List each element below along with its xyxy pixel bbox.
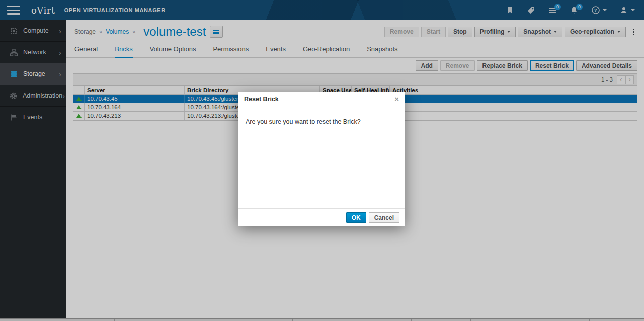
confirmation-message: Are you sure you want to reset the Brick… — [246, 118, 361, 125]
dialog-body: Are you sure you want to reset the Brick… — [238, 106, 405, 208]
close-icon[interactable]: × — [394, 95, 399, 103]
dialog-title: Reset Brick — [244, 96, 279, 103]
dialog-footer: OK Cancel — [238, 208, 405, 226]
cancel-button[interactable]: Cancel — [369, 212, 399, 223]
reset-brick-dialog: Reset Brick × Are you sure you want to r… — [238, 92, 405, 226]
dialog-header: Reset Brick × — [238, 92, 405, 106]
ok-button[interactable]: OK — [346, 212, 366, 223]
